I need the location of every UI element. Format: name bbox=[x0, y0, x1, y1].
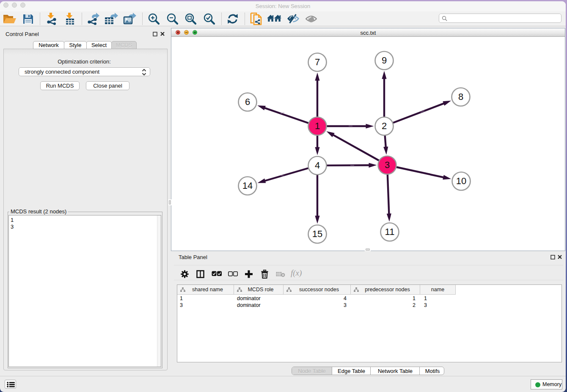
svg-text:4: 4 bbox=[315, 160, 320, 171]
svg-text:9: 9 bbox=[382, 55, 387, 66]
svg-text:7: 7 bbox=[315, 57, 320, 67]
svg-text:11: 11 bbox=[385, 226, 395, 237]
svg-text:8: 8 bbox=[458, 91, 463, 102]
svg-text:2: 2 bbox=[382, 121, 387, 131]
svg-text:10: 10 bbox=[456, 176, 466, 186]
svg-text:3: 3 bbox=[385, 160, 390, 170]
svg-text:6: 6 bbox=[245, 97, 250, 107]
svg-text:14: 14 bbox=[242, 180, 253, 191]
svg-text:1: 1 bbox=[315, 121, 320, 131]
svg-text:15: 15 bbox=[312, 229, 322, 239]
